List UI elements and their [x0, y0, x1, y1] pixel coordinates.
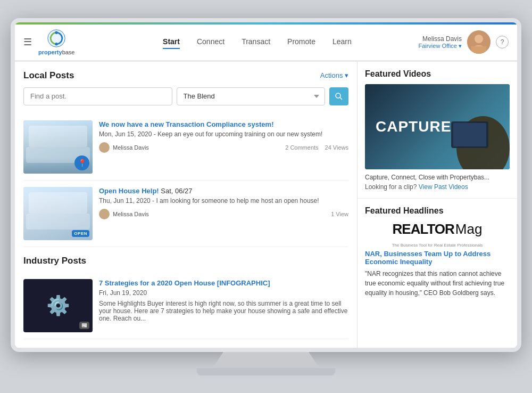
svg-rect-11	[453, 123, 486, 146]
mag-text: Mag	[455, 221, 483, 238]
post-author-1: Melissa Davis	[99, 142, 149, 153]
industry-post-body-1: 7 Strategies for a 2020 Open House [INFO…	[99, 279, 348, 332]
avatar[interactable]	[467, 30, 491, 54]
post-card-1: 📍 We now have a new Transaction Complian…	[23, 114, 348, 181]
industry-post-title-1[interactable]: 7 Strategies for a 2020 Open House [INFO…	[99, 279, 348, 287]
realtor-text: REALTOR	[393, 221, 454, 238]
svg-point-2	[55, 43, 58, 45]
industry-post-date-1: Fri, Jun 19, 2020	[99, 289, 348, 297]
realtor-tagline: The Business Tool for Real Estate Profes…	[365, 243, 510, 248]
headline-title[interactable]: NAR, Businesses Team Up to Address Econo…	[365, 250, 510, 266]
help-button[interactable]: ?	[496, 36, 509, 48]
nav-link-connect[interactable]: Connect	[197, 35, 225, 49]
industry-post-card-1: ⚙️ 📰 7 Strategies for a 2020 Open House …	[23, 273, 348, 339]
post-footer-2: Melissa Davis 1 View	[99, 209, 348, 219]
location-badge: 📍	[74, 155, 89, 170]
search-button[interactable]	[329, 87, 348, 105]
search-input[interactable]	[23, 87, 172, 105]
industry-posts: Industry Posts ⚙️ 📰 7 Strategies for a 2…	[23, 256, 348, 339]
post-date-2: Thu, Jun 11, 2020 - I am looking for som…	[99, 197, 348, 204]
post-date-1: Mon, Jun 15, 2020 - Keep an eye out for …	[99, 130, 348, 138]
tablet-visual	[425, 100, 510, 169]
industry-post-body-text-1: Some Highlights Buyer interest is high r…	[99, 300, 348, 322]
post-title-1[interactable]: We now have a new Transaction Compliance…	[99, 120, 348, 128]
post-card-2: OPEN Open House Help! Sat, 06/27 Thu, Ju…	[23, 181, 348, 247]
industry-posts-title: Industry Posts	[23, 256, 86, 266]
post-stats-1: 2 Comments 24 Views	[285, 144, 348, 151]
monitor-base	[197, 368, 335, 375]
left-panel: Local Posts Actions ▾ The Blend	[15, 62, 358, 348]
post-footer-1: Melissa Davis 2 Comments 24 Views	[99, 142, 348, 153]
gears-icon: ⚙️	[46, 294, 70, 317]
nav-bar: ☰ propertybase Start Connect Transact Pr…	[15, 24, 517, 62]
user-name: Melissa Davis	[418, 35, 462, 43]
industry-thumbnail-1: ⚙️ 📰	[23, 279, 93, 332]
nav-links: Start Connect Transact Promote Learn	[96, 35, 418, 49]
author-avatar-2	[99, 209, 110, 219]
logo-text: propertybase	[38, 49, 74, 55]
actions-button[interactable]: Actions ▾	[320, 71, 348, 79]
open-badge: OPEN	[72, 230, 89, 237]
search-icon	[335, 93, 343, 100]
user-office[interactable]: Fairview Office ▾	[418, 43, 462, 50]
post-stats-2: 1 View	[331, 211, 348, 217]
logo-icon	[47, 29, 66, 48]
post-body-2: Open House Help! Sat, 06/27 Thu, Jun 11,…	[99, 187, 348, 240]
blend-dropdown[interactable]: The Blend	[177, 87, 326, 105]
svg-line-8	[340, 97, 342, 100]
news-badge: 📰	[79, 322, 89, 329]
video-description: Capture, Connect, Close with Propertybas…	[365, 174, 510, 181]
featured-videos-title: Featured Videos	[365, 69, 510, 79]
nav-link-promote[interactable]: Promote	[287, 35, 315, 49]
video-bg: CAPTURE	[365, 84, 510, 169]
headline-body: "NAR recognizes that this nation cannot …	[365, 269, 510, 298]
featured-headlines-title: Featured Headlines	[365, 206, 510, 216]
video-thumbnail[interactable]: CAPTURE	[365, 84, 510, 169]
main-content: Local Posts Actions ▾ The Blend	[15, 62, 517, 348]
monitor-stand	[213, 352, 319, 368]
nav-link-start[interactable]: Start	[163, 35, 180, 49]
logo[interactable]: propertybase	[38, 29, 74, 55]
right-panel: Featured Videos CAPTURE Captur	[358, 62, 517, 348]
post-author-2: Melissa Davis	[99, 209, 149, 219]
svg-rect-6	[471, 46, 486, 54]
realtor-mag-logo: REALTOR Mag	[365, 221, 510, 238]
post-thumbnail-1: 📍	[23, 120, 93, 174]
view-past-videos-link[interactable]: View Past Videos	[419, 183, 468, 191]
industry-posts-header: Industry Posts	[23, 256, 348, 266]
nav-link-transact[interactable]: Transact	[242, 35, 270, 49]
video-clip-link: Looking for a clip? View Past Videos	[365, 183, 510, 191]
local-posts-header: Local Posts Actions ▾	[23, 70, 348, 81]
svg-point-4	[475, 35, 483, 43]
featured-headlines-section: Featured Headlines REALTOR Mag The Busin…	[358, 199, 517, 348]
nav-link-learn[interactable]: Learn	[332, 35, 352, 49]
avatar-svg	[467, 30, 491, 54]
user-info: Melissa Davis Fairview Office ▾	[418, 35, 462, 50]
local-posts-title: Local Posts	[23, 70, 74, 81]
post-body-1: We now have a new Transaction Compliance…	[99, 120, 348, 174]
search-bar: The Blend	[23, 87, 348, 105]
post-thumbnail-2: OPEN	[23, 187, 93, 240]
svg-point-1	[55, 31, 58, 34]
nav-right: Melissa Davis Fairview Office ▾ ?	[418, 30, 509, 54]
author-avatar-1	[99, 142, 110, 153]
post-title-2[interactable]: Open House Help! Sat, 06/27	[99, 187, 348, 195]
hamburger-icon[interactable]: ☰	[23, 36, 32, 48]
featured-videos-section: Featured Videos CAPTURE Captur	[358, 62, 517, 199]
svg-point-7	[336, 93, 340, 98]
